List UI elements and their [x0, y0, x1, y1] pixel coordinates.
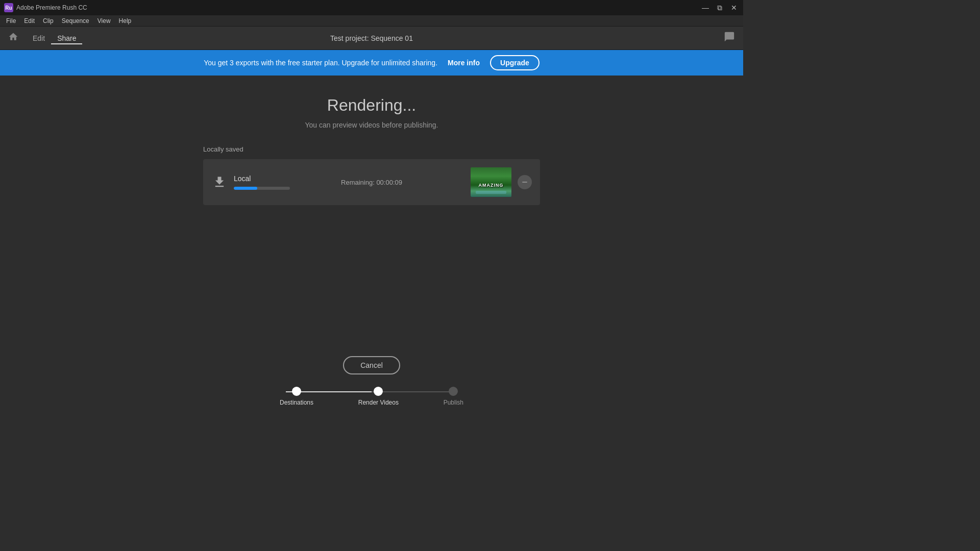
progress-bar-fill	[234, 187, 257, 190]
menu-edit[interactable]: Edit	[20, 16, 39, 26]
upgrade-banner: You get 3 exports with the free starter …	[0, 50, 743, 76]
step-destinations: Destinations	[280, 387, 313, 406]
step-label-publish: Publish	[444, 399, 463, 406]
project-title: Test project: Sequence 01	[330, 34, 413, 42]
share-nav-button[interactable]: Share	[51, 32, 82, 44]
video-thumbnail: AMAZING	[471, 167, 511, 197]
title-bar: Ru Adobe Premiere Rush CC — ⧉ ✕	[0, 0, 743, 15]
steps-container: Destinations Render Videos Publish	[280, 387, 463, 406]
remaining-text: Remaining: 00:00:09	[341, 179, 402, 186]
main-content: Rendering... You can preview videos befo…	[0, 76, 743, 416]
more-info-link[interactable]: More info	[448, 59, 480, 67]
video-thumbnail-inner: AMAZING	[471, 167, 511, 197]
menu-view[interactable]: View	[93, 16, 115, 26]
app-icon: Ru	[4, 3, 13, 12]
menu-clip[interactable]: Clip	[39, 16, 58, 26]
progress-bar-container	[234, 187, 290, 190]
menu-file[interactable]: File	[2, 16, 20, 26]
upgrade-button[interactable]: Upgrade	[490, 55, 540, 70]
banner-message: You get 3 exports with the free starter …	[204, 59, 437, 67]
restore-button[interactable]: ⧉	[715, 3, 725, 13]
step-dot-destinations	[292, 387, 301, 396]
step-render-videos: Render Videos	[358, 387, 399, 406]
video-label: AMAZING	[479, 183, 504, 188]
menu-sequence[interactable]: Sequence	[58, 16, 93, 26]
rendering-subtitle: You can preview videos before publishing…	[305, 121, 438, 129]
locally-saved-label: Locally saved	[203, 145, 243, 153]
step-dot-publish	[449, 387, 458, 396]
menu-bar: File Edit Clip Sequence View Help	[0, 15, 743, 27]
window-controls: — ⧉ ✕	[700, 3, 739, 13]
step-dot-render-videos	[374, 387, 383, 396]
app-title: Adobe Premiere Rush CC	[16, 4, 700, 11]
top-nav: Edit Share Test project: Sequence 01	[0, 27, 743, 50]
chat-button[interactable]	[724, 31, 735, 45]
edit-nav-button[interactable]: Edit	[27, 32, 51, 44]
download-icon	[211, 174, 228, 190]
bottom-area: Cancel Destinations Render Videos Publis…	[0, 356, 743, 416]
step-label-render-videos: Render Videos	[358, 399, 399, 406]
rendering-title: Rendering...	[327, 96, 416, 115]
menu-help[interactable]: Help	[115, 16, 136, 26]
minimize-button[interactable]: —	[700, 3, 710, 13]
render-card: Local Remaining: 00:00:09 AMAZING	[203, 159, 540, 205]
remove-button[interactable]	[518, 175, 532, 189]
home-button[interactable]	[8, 32, 18, 44]
step-publish: Publish	[444, 387, 463, 406]
step-label-destinations: Destinations	[280, 399, 313, 406]
cancel-button[interactable]: Cancel	[343, 356, 400, 374]
close-button[interactable]: ✕	[729, 3, 739, 13]
